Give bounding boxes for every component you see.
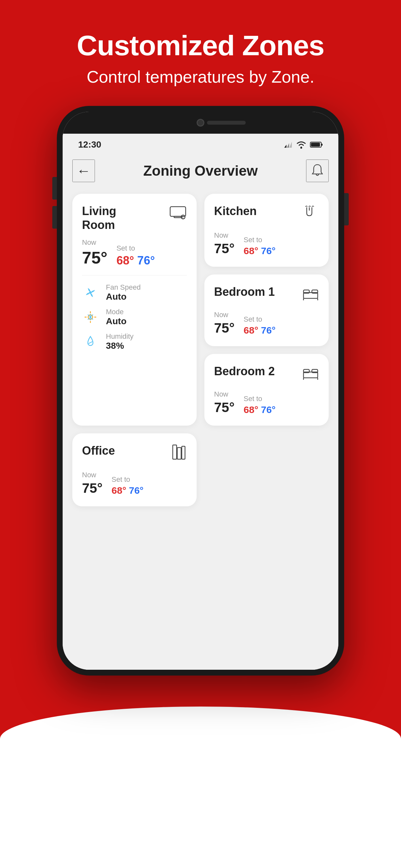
svg-rect-32 [173, 445, 177, 459]
bedroom2-header: Bedroom 2 [214, 364, 319, 383]
living-room-icon: S [169, 204, 187, 224]
cool-temp: 68° [117, 254, 134, 267]
mode-label: Mode [106, 308, 127, 316]
kitchen-set-label: Set to [244, 236, 276, 244]
hero-subtitle: Control temperatures by Zone. [77, 67, 324, 87]
humidity-icon [82, 333, 99, 350]
fan-icon [82, 284, 99, 301]
office-now-temp: 75° [82, 480, 103, 496]
back-button[interactable]: ← [72, 159, 95, 182]
kitchen-set-temps: 68° 76° [244, 245, 276, 256]
zone-name-bedroom1: Bedroom 1 [214, 285, 275, 299]
status-bar: 12:30 [63, 134, 338, 153]
right-column-top: Kitchen [204, 194, 329, 346]
bedroom1-set-temps: 68° 76° [244, 325, 276, 336]
bedroom2-temp-row: Now 75° Set to 68° 76° [214, 390, 319, 415]
fan-speed-text: Fan Speed Auto [106, 283, 141, 302]
power-button[interactable] [344, 193, 349, 225]
svg-point-11 [89, 291, 92, 294]
bedroom2-now-label: Now [214, 390, 235, 399]
bedroom1-icon [302, 285, 319, 304]
living-room-temp-row: Now 75° Set to 68° 76° [82, 238, 187, 268]
zone-card-office[interactable]: Office Now 75° [72, 433, 197, 506]
zone-card-bedroom2[interactable]: Bedroom 2 [204, 354, 329, 426]
zone-grid: LivingRoom S Now [72, 194, 329, 506]
svg-rect-6 [311, 143, 320, 147]
office-heat: 76° [129, 485, 143, 496]
office-temp-row: Now 75° Set to 68° 76° [82, 471, 187, 496]
fan-speed-label: Fan Speed [106, 283, 141, 291]
svg-text:S: S [182, 216, 183, 219]
kitchen-temp-row: Now 75° Set to 68° 76° [214, 231, 319, 256]
humidity-text: Humidity 38% [106, 332, 134, 351]
status-icons [283, 140, 323, 149]
phone-notch [63, 112, 338, 134]
volume-up-button[interactable] [52, 177, 57, 199]
bedroom1-cool: 68° [244, 325, 258, 336]
office-set-label: Set to [112, 475, 144, 484]
office-now-label: Now [82, 471, 103, 479]
zone-name-office: Office [82, 444, 115, 458]
svg-rect-34 [182, 446, 185, 459]
bedroom2-heat: 76° [261, 404, 275, 415]
app-content: ← Zoning Overview LivingRoom [63, 153, 338, 670]
page-title: Zoning Overview [143, 163, 258, 179]
speaker [207, 121, 246, 125]
status-time: 12:30 [78, 140, 101, 150]
camera [197, 119, 204, 127]
zone-details: Fan Speed Auto [82, 283, 187, 351]
mode-row: Mode Auto [82, 308, 187, 327]
phone-frame: 12:30 [57, 106, 344, 676]
office-icon [170, 444, 187, 464]
kitchen-icon [302, 204, 319, 225]
svg-rect-8 [174, 216, 182, 218]
bell-icon [310, 163, 325, 178]
kitchen-header: Kitchen [214, 204, 319, 225]
bedroom2-now-temp: 75° [214, 400, 235, 415]
zone-card-header: LivingRoom S [82, 204, 187, 232]
office-set-temps: 68° 76° [112, 485, 144, 496]
bedroom2-set-temps: 68° 76° [244, 404, 276, 415]
back-arrow-icon: ← [76, 163, 91, 179]
zone-name-living-room: LivingRoom [82, 204, 116, 232]
svg-rect-5 [321, 144, 322, 146]
humidity-label: Humidity [106, 332, 134, 341]
wifi-icon [296, 140, 307, 149]
set-temps: 68° 76° [117, 254, 155, 268]
zone-divider [82, 275, 187, 275]
bedroom1-now-temp: 75° [214, 320, 235, 336]
heat-temp: 76° [137, 254, 155, 267]
office-header: Office [82, 444, 187, 464]
mode-text: Mode Auto [106, 308, 127, 327]
now-label: Now [82, 238, 107, 247]
bedroom1-now-label: Now [214, 311, 235, 319]
zone-card-bedroom1[interactable]: Bedroom 1 [204, 275, 329, 346]
bedroom2-cool: 68° [244, 404, 258, 415]
svg-marker-2 [289, 142, 292, 148]
notifications-button[interactable] [306, 159, 329, 182]
humidity-row: Humidity 38% [82, 332, 187, 351]
zone-card-living-room[interactable]: LivingRoom S Now [72, 194, 197, 426]
svg-marker-0 [284, 145, 286, 148]
bedroom2-set-label: Set to [244, 395, 276, 403]
zone-card-kitchen[interactable]: Kitchen [204, 194, 329, 267]
office-cool: 68° [112, 485, 126, 496]
bedroom1-temp-row: Now 75° Set to 68° 76° [214, 311, 319, 336]
bedroom1-heat: 76° [261, 325, 275, 336]
bedroom1-header: Bedroom 1 [214, 285, 319, 304]
mode-val: Auto [106, 316, 127, 327]
kitchen-cool: 68° [244, 245, 258, 256]
signal-icon [283, 140, 292, 149]
app-header: ← Zoning Overview [72, 153, 329, 194]
volume-down-button[interactable] [52, 206, 57, 228]
zone-name-kitchen: Kitchen [214, 204, 257, 218]
kitchen-heat: 76° [261, 245, 275, 256]
kitchen-now-temp: 75° [214, 241, 235, 256]
svg-line-20 [89, 342, 92, 344]
now-temp: 75° [82, 248, 107, 268]
set-label: Set to [117, 244, 155, 252]
bedroom1-set-label: Set to [244, 315, 276, 323]
mode-icon [82, 309, 99, 326]
fan-speed-row: Fan Speed Auto [82, 283, 187, 302]
svg-point-3 [300, 147, 302, 149]
